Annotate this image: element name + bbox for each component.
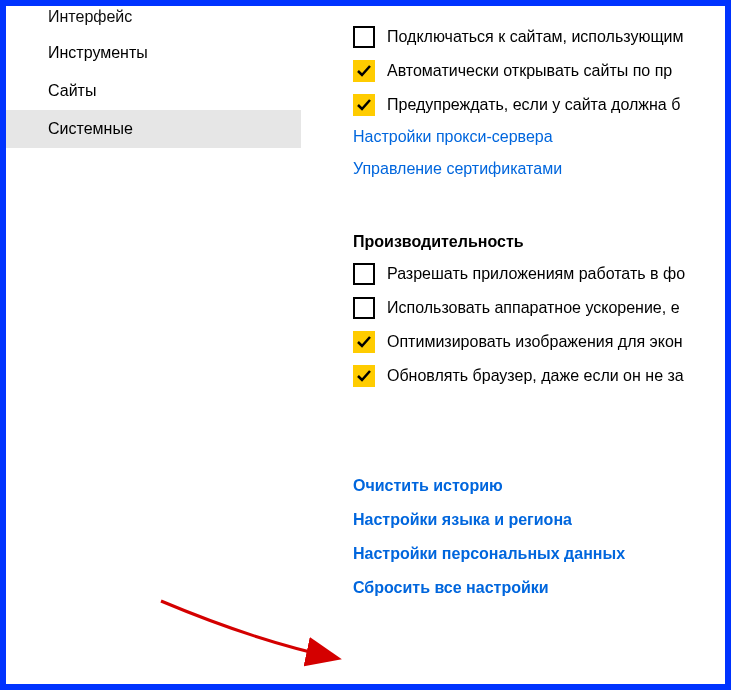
checkbox-allow-background[interactable] bbox=[353, 263, 375, 285]
option-row: Подключаться к сайтам, использующим bbox=[353, 26, 725, 48]
checkbox-connect-sites[interactable] bbox=[353, 26, 375, 48]
sidebar-item-label: Сайты bbox=[48, 82, 96, 99]
option-label: Подключаться к сайтам, использующим bbox=[387, 28, 684, 46]
option-label: Оптимизировать изображения для экон bbox=[387, 333, 683, 351]
link-language-region[interactable]: Настройки языка и региона bbox=[353, 511, 725, 529]
checkbox-optimize-images[interactable] bbox=[353, 331, 375, 353]
option-row: Использовать аппаратное ускорение, е bbox=[353, 297, 725, 319]
sidebar-item-label: Интерфейс bbox=[48, 8, 132, 25]
option-label: Обновлять браузер, даже если он не за bbox=[387, 367, 684, 385]
link-reset-all-settings[interactable]: Сбросить все настройки bbox=[353, 579, 725, 597]
checkbox-warn-site[interactable] bbox=[353, 94, 375, 116]
link-manage-certificates[interactable]: Управление сертификатами bbox=[353, 160, 725, 178]
sidebar-item-tools[interactable]: Инструменты bbox=[6, 34, 301, 72]
section-title-performance: Производительность bbox=[353, 233, 725, 251]
link-proxy-settings[interactable]: Настройки прокси-сервера bbox=[353, 128, 725, 146]
sidebar-item-label: Инструменты bbox=[48, 44, 148, 61]
option-row: Разрешать приложениям работать в фо bbox=[353, 263, 725, 285]
sidebar-item-label: Системные bbox=[48, 120, 133, 137]
option-label: Использовать аппаратное ускорение, е bbox=[387, 299, 680, 317]
option-label: Разрешать приложениям работать в фо bbox=[387, 265, 685, 283]
option-row: Предупреждать, если у сайта должна б bbox=[353, 94, 725, 116]
option-row: Оптимизировать изображения для экон bbox=[353, 331, 725, 353]
checkbox-update-browser[interactable] bbox=[353, 365, 375, 387]
link-clear-history[interactable]: Очистить историю bbox=[353, 477, 725, 495]
sidebar-item-system[interactable]: Системные bbox=[6, 110, 301, 148]
sidebar-item-interface[interactable]: Интерфейс bbox=[6, 8, 301, 34]
option-row: Автоматически открывать сайты по пр bbox=[353, 60, 725, 82]
settings-sidebar: Интерфейс Инструменты Сайты Системные bbox=[6, 6, 301, 684]
checkbox-auto-open[interactable] bbox=[353, 60, 375, 82]
checkbox-hardware-accel[interactable] bbox=[353, 297, 375, 319]
sidebar-item-sites[interactable]: Сайты bbox=[6, 72, 301, 110]
settings-content: Сеть Подключаться к сайтам, использующим… bbox=[301, 6, 725, 684]
link-personal-data[interactable]: Настройки персональных данных bbox=[353, 545, 725, 563]
option-label: Автоматически открывать сайты по пр bbox=[387, 62, 672, 80]
option-row: Обновлять браузер, даже если он не за bbox=[353, 365, 725, 387]
option-label: Предупреждать, если у сайта должна б bbox=[387, 96, 680, 114]
